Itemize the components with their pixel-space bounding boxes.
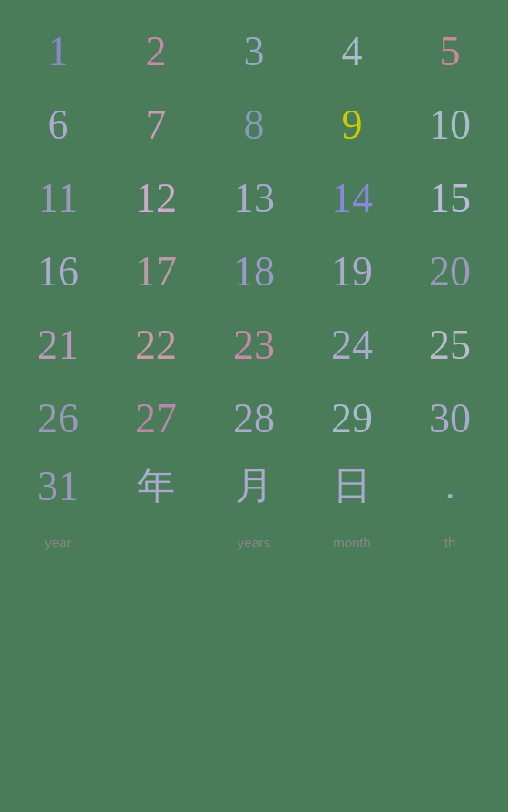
number-11: 11 bbox=[38, 174, 78, 222]
number-21: 21 bbox=[37, 321, 79, 369]
label-text-years: years bbox=[238, 535, 271, 550]
number-cell-26: 26 bbox=[9, 385, 107, 451]
extra-日: 日 bbox=[333, 460, 371, 511]
number-cell-5: 5 bbox=[401, 18, 499, 84]
number-24: 24 bbox=[331, 321, 373, 369]
number-5: 5 bbox=[440, 27, 461, 75]
number-19: 19 bbox=[331, 247, 373, 295]
extra-年: 年 bbox=[137, 460, 175, 511]
number-cell-4: 4 bbox=[303, 18, 401, 84]
number-12: 12 bbox=[135, 174, 177, 222]
label-cell-4: th bbox=[401, 529, 499, 556]
number-16: 16 bbox=[37, 247, 79, 295]
label-cell-3: month bbox=[303, 529, 401, 556]
number-23: 23 bbox=[233, 321, 275, 369]
number-cell-6: 6 bbox=[9, 92, 107, 158]
number-cell-3: 3 bbox=[205, 18, 303, 84]
label-text-year: year bbox=[44, 535, 71, 550]
label-text-th: th bbox=[444, 535, 456, 550]
number-15: 15 bbox=[429, 174, 471, 222]
number-cell-30: 30 bbox=[401, 385, 499, 451]
extra-cell-．: ． bbox=[401, 451, 499, 520]
number-cell-29: 29 bbox=[303, 385, 401, 451]
number-26: 26 bbox=[37, 394, 79, 442]
number-cell-10: 10 bbox=[401, 92, 499, 158]
number-9: 9 bbox=[342, 101, 363, 149]
extra-cell-月: 月 bbox=[205, 451, 303, 520]
number-cell-16: 16 bbox=[9, 238, 107, 304]
number-grid: 1234567891011121314151617181920212223242… bbox=[9, 18, 499, 451]
number-cell-28: 28 bbox=[205, 385, 303, 451]
number-cell-23: 23 bbox=[205, 312, 303, 378]
number-cell-19: 19 bbox=[303, 238, 401, 304]
number-cell-12: 12 bbox=[107, 165, 205, 231]
number-cell-17: 17 bbox=[107, 238, 205, 304]
number-18: 18 bbox=[233, 247, 275, 295]
label-cell-2: years bbox=[205, 529, 303, 556]
extra-31: 31 bbox=[37, 462, 79, 510]
number-25: 25 bbox=[429, 321, 471, 369]
number-cell-9: 9 bbox=[303, 92, 401, 158]
number-20: 20 bbox=[429, 247, 471, 295]
number-2: 2 bbox=[146, 27, 167, 75]
number-cell-8: 8 bbox=[205, 92, 303, 158]
number-8: 8 bbox=[244, 101, 265, 149]
number-14: 14 bbox=[331, 174, 373, 222]
number-cell-27: 27 bbox=[107, 385, 205, 451]
number-29: 29 bbox=[331, 394, 373, 442]
extra-row: 31年月日． bbox=[9, 451, 499, 520]
label-cell-1 bbox=[107, 529, 205, 556]
extra-cell-31: 31 bbox=[9, 451, 107, 520]
number-22: 22 bbox=[135, 321, 177, 369]
number-cell-14: 14 bbox=[303, 165, 401, 231]
number-cell-11: 11 bbox=[9, 165, 107, 231]
number-7: 7 bbox=[146, 101, 167, 149]
number-cell-2: 2 bbox=[107, 18, 205, 84]
number-6: 6 bbox=[48, 101, 69, 149]
number-13: 13 bbox=[233, 174, 275, 222]
number-cell-1: 1 bbox=[9, 18, 107, 84]
number-17: 17 bbox=[135, 247, 177, 295]
extra-cell-日: 日 bbox=[303, 451, 401, 520]
extra-cell-年: 年 bbox=[107, 451, 205, 520]
number-3: 3 bbox=[244, 27, 265, 75]
label-text-month: month bbox=[333, 535, 371, 550]
number-cell-20: 20 bbox=[401, 238, 499, 304]
number-cell-13: 13 bbox=[205, 165, 303, 231]
extra-．: ． bbox=[431, 460, 469, 511]
number-4: 4 bbox=[342, 27, 363, 75]
number-28: 28 bbox=[233, 394, 275, 442]
number-1: 1 bbox=[48, 27, 69, 75]
number-27: 27 bbox=[135, 394, 177, 442]
label-cell-0: year bbox=[9, 529, 107, 556]
number-cell-15: 15 bbox=[401, 165, 499, 231]
number-cell-25: 25 bbox=[401, 312, 499, 378]
number-30: 30 bbox=[429, 394, 471, 442]
number-cell-22: 22 bbox=[107, 312, 205, 378]
label-row: yearyearsmonthth bbox=[9, 529, 499, 556]
extra-月: 月 bbox=[235, 460, 273, 511]
number-cell-18: 18 bbox=[205, 238, 303, 304]
number-cell-24: 24 bbox=[303, 312, 401, 378]
number-cell-7: 7 bbox=[107, 92, 205, 158]
number-cell-21: 21 bbox=[9, 312, 107, 378]
number-10: 10 bbox=[429, 101, 471, 149]
